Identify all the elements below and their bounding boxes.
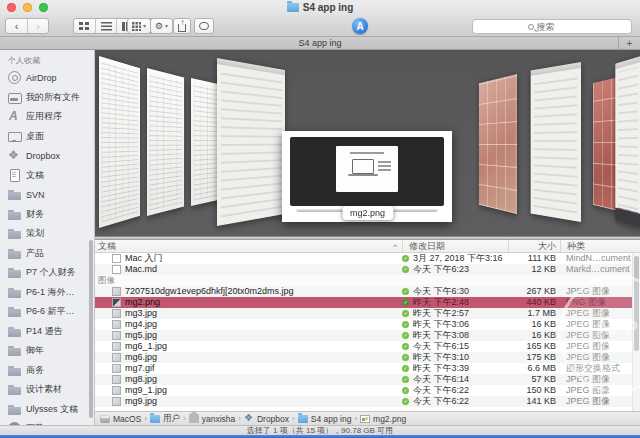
sidebar-scrollbar[interactable] [89,240,93,418]
breadcrumb-item[interactable]: 用户 [150,413,180,425]
sidebar-item-label: P6-6 新平… [26,305,75,318]
sidebar-item[interactable]: P6-1 海外… [0,283,94,303]
file-name: mg7.gif [125,363,155,374]
file-kind: JPEG 图像 [560,341,640,352]
sidebar-item[interactable]: 产品 [0,244,94,264]
sidebar-item[interactable]: Dropbox [0,146,94,166]
finder-window: S4 app ing ‹ › ▾ ⚙▾ A S4 app ing + 个人收 [0,0,640,438]
file-size: 111 KB [508,253,560,264]
window-controls [7,3,48,12]
zoom-button[interactable] [39,3,48,12]
file-icon [112,309,121,318]
sidebar-item[interactable]: P14 通告 [0,322,94,342]
breadcrumb-label: MacOS [113,414,141,424]
sidebar-item-label: 财务 [26,208,44,221]
column-header-kind[interactable]: 种类 [560,240,640,252]
back-button[interactable]: ‹ [6,19,27,33]
table-row[interactable]: mg7.gif ✓昨天 下午3:39 6.6 MB 图形交换格式 [95,363,640,374]
view-list-button[interactable] [95,19,116,33]
file-icon [112,353,121,362]
table-row[interactable]: mg2.png ✓昨天 下午2:48 440 KB PNG 图像 [95,297,640,308]
sidebar-item[interactable]: 桌面 [0,127,94,147]
column-header-date[interactable]: 修改日期 [402,240,508,252]
breadcrumb-separator: › [183,414,186,423]
table-row[interactable]: mg6.jpg ✓昨天 下午3:10 175 KB JPEG 图像 [95,352,640,363]
table-row[interactable]: mg6_1.jpg ✓今天 下午6:15 165 KB JPEG 图像 [95,341,640,352]
file-name: Mac.md [125,264,157,275]
coverflow-caption: mg2.png [342,206,393,220]
breadcrumb-item[interactable]: MacOS [100,414,141,424]
tags-button[interactable] [194,18,214,34]
sidebar-item[interactable]: Ulysses 文稿 [0,400,94,420]
forward-button[interactable]: › [27,19,48,33]
new-tab-button[interactable]: + [618,37,640,49]
sidebar-item[interactable]: 我的所有文件 [0,88,94,108]
table-row[interactable]: mg9.jpg ✓今天 下午6:22 141 KB JPEG 图像 [95,396,640,407]
arrange-button[interactable]: ▾ [127,18,151,34]
table-row[interactable]: Mac.md ✓今天 下午6:23 12 KB Markd…cument [95,264,640,275]
nav-buttons: ‹ › [5,18,49,34]
file-name: mg5.jpg [125,330,157,341]
tab-s4-app-ing[interactable]: S4 app ing [298,38,341,48]
sidebar-item[interactable]: SVN [0,185,94,205]
folder-icon [8,325,21,338]
table-row[interactable]: Mac 入门 ✓3月 27, 2018 下午3:16 111 KB MindN…… [95,253,640,264]
file-date: 昨天 下午3:10 [413,352,469,363]
breadcrumb-item[interactable]: yanxisha [189,414,236,424]
file-kind: JPEG 图像 [560,308,640,319]
list-scrollbar-thumb[interactable] [634,256,639,351]
coverflow-item-right[interactable] [479,74,517,214]
view-icons-button[interactable] [74,19,95,33]
coverflow-item-left[interactable] [147,68,184,216]
action-gear-button[interactable]: ⚙▾ [150,18,173,34]
search-field[interactable] [472,19,632,34]
sync-check-icon: ✓ [402,321,409,328]
sidebar-item[interactable]: AirDrop [0,68,94,88]
share-button[interactable] [173,18,191,34]
sidebar-item[interactable]: 商务 [0,361,94,381]
search-input[interactable] [537,22,577,32]
breadcrumb-item[interactable]: Dropbox [244,414,289,424]
folder-icon [8,266,21,279]
breadcrumb-item[interactable]: S4 app ing [298,414,352,424]
table-row[interactable]: mg4.jpg ✓昨天 下午3:06 16 KB JPEG 图像 [95,319,640,330]
file-size: 16 KB [508,319,560,330]
macbook-screen [290,137,444,206]
list-header: 文稿 ^ 修改日期 大小 种类 [95,240,640,253]
sidebar-item[interactable]: 应用程序 [0,107,94,127]
sidebar-item[interactable]: P7 个人财务 [0,263,94,283]
file-date: 昨天 下午3:08 [413,330,469,341]
sync-check-icon: ✓ [402,354,409,361]
column-header-name[interactable]: 文稿 ^ [95,240,402,252]
breadcrumb-label: Dropbox [257,414,289,424]
sidebar-item[interactable]: 文稿 [0,166,94,186]
sidebar-item[interactable]: 下载 [0,419,94,425]
minimize-button[interactable] [23,3,32,12]
close-button[interactable] [7,3,16,12]
sidebar-item[interactable]: 御年 [0,341,94,361]
sidebar-item[interactable]: 财务 [0,205,94,225]
coverflow-item-right[interactable] [531,62,581,222]
sidebar-item[interactable]: P6-6 新平… [0,302,94,322]
table-row[interactable]: mg9_1.jpg ✓今天 下午6:22 150 KB JPEG 图像 [95,385,640,396]
list-scrollbar-track[interactable] [632,253,640,411]
coverflow-item-left[interactable] [99,56,140,228]
table-row[interactable]: mg5.jpg ✓昨天 下午3:08 16 KB JPEG 图像 [95,330,640,341]
table-row[interactable]: mg8.jpg ✓今天 下午6:14 57 KB JPEG 图像 [95,374,640,385]
sync-check-icon: ✓ [402,387,409,394]
app-store-icon[interactable]: A [352,18,368,34]
sidebar-item[interactable]: 策划 [0,224,94,244]
sidebar-item[interactable]: 设计素材 [0,380,94,400]
folder-icon [8,344,21,357]
breadcrumb-item[interactable]: mg2.png [360,414,406,424]
coverflow-area[interactable]: mg2.png [95,50,640,236]
file-date: 今天 下午6:30 [413,286,469,297]
coverflow-item-right[interactable] [615,56,640,228]
column-header-size[interactable]: 大小 [508,240,560,252]
coverflow-item-left[interactable] [217,58,285,226]
download-icon [8,422,21,425]
file-kind: JPEG 图像 [560,396,640,407]
table-row[interactable]: mg3.jpg ✓昨天 下午2:57 1.7 MB JPEG 图像 [95,308,640,319]
file-name: mg6.jpg [125,352,157,363]
table-row[interactable]: 7207510dgw1evep6dhkfj[20tx0m2dms.jpg ✓今天… [95,286,640,297]
